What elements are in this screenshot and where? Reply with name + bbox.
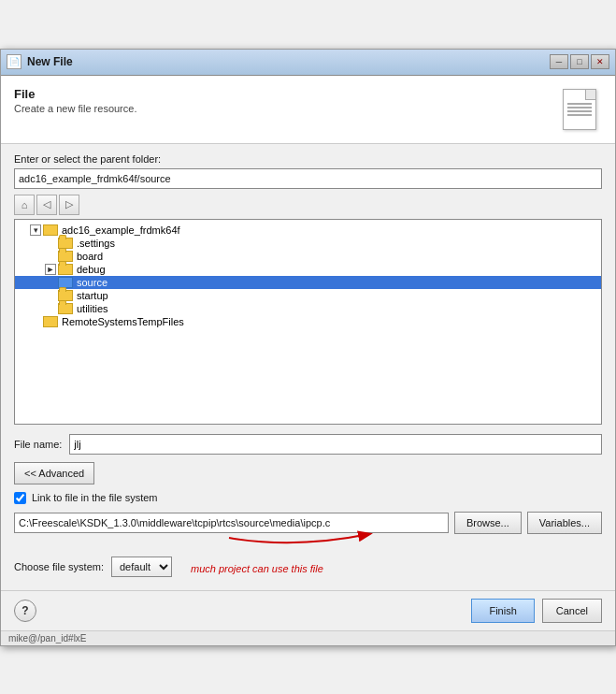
tree-item[interactable]: ▾ adc16_example_frdmk64f bbox=[15, 224, 601, 237]
tree-item[interactable]: utilities bbox=[15, 302, 601, 315]
folder-icon bbox=[58, 277, 73, 288]
tree-item-label: board bbox=[77, 251, 103, 262]
finish-button[interactable]: Finish bbox=[471, 599, 534, 623]
tree-item-label: debug bbox=[77, 264, 106, 275]
tree-item-label: startup bbox=[77, 290, 108, 301]
status-text: mike@/pan_id#lxE bbox=[8, 633, 87, 643]
link-row: Browse... Variables... bbox=[14, 512, 602, 534]
dialog-window: 📄 New File ─ □ ✕ File Create a new file … bbox=[0, 49, 616, 646]
footer-right: Finish Cancel bbox=[471, 599, 602, 623]
link-checkbox-row: Link to file in the file system bbox=[14, 492, 602, 504]
link-checkbox-label: Link to file in the file system bbox=[32, 492, 158, 503]
folder-icon bbox=[58, 238, 73, 249]
folder-icon bbox=[58, 251, 73, 262]
annotation-text: much project can use this file bbox=[191, 563, 323, 574]
maximize-button[interactable]: □ bbox=[570, 54, 589, 69]
folder-icon bbox=[58, 290, 73, 301]
folder-label: Enter or select the parent folder: bbox=[14, 153, 602, 165]
file-name-row: File name: bbox=[14, 434, 602, 455]
tree-item[interactable]: ► debug bbox=[15, 263, 601, 276]
tree-item-label: .settings bbox=[77, 238, 115, 249]
tree-toggle-expand[interactable]: ▾ bbox=[30, 224, 41, 236]
home-button[interactable]: ⌂ bbox=[14, 195, 35, 215]
cancel-button[interactable]: Cancel bbox=[542, 599, 602, 623]
folder-icon bbox=[58, 303, 73, 314]
tree-toggle-collapse[interactable]: ► bbox=[45, 264, 56, 275]
title-bar: 📄 New File ─ □ ✕ bbox=[1, 50, 615, 76]
header-description: Create a new file resource. bbox=[14, 103, 136, 114]
window-title: New File bbox=[27, 55, 550, 68]
header-title: File bbox=[14, 87, 136, 101]
tree-item-label: adc16_example_frdmk64f bbox=[62, 224, 180, 236]
minimize-button[interactable]: ─ bbox=[550, 54, 568, 69]
filesystem-row: Choose file system: default local remote bbox=[14, 557, 172, 577]
tree-item-label: RemoteSystemsTempFiles bbox=[62, 316, 184, 327]
back-button[interactable]: ◁ bbox=[36, 195, 57, 215]
browse-button[interactable]: Browse... bbox=[454, 512, 522, 534]
header-icon-area bbox=[557, 87, 602, 132]
tree-item-label: utilities bbox=[77, 303, 108, 314]
folder-tree[interactable]: ▾ adc16_example_frdmk64f .settings board bbox=[14, 219, 602, 425]
link-path-container: Browse... Variables... bbox=[14, 512, 602, 534]
advanced-button[interactable]: << Advanced bbox=[14, 462, 94, 484]
file-name-input[interactable] bbox=[69, 434, 602, 455]
tree-item[interactable]: startup bbox=[15, 289, 601, 302]
footer: ? Finish Cancel bbox=[1, 590, 615, 630]
folder-open-icon bbox=[43, 316, 58, 327]
file-large-icon bbox=[563, 89, 596, 130]
filesystem-annotation-row: Choose file system: default local remote… bbox=[14, 557, 602, 581]
main-content: Enter or select the parent folder: ⌂ ◁ ▷… bbox=[1, 144, 615, 590]
forward-button[interactable]: ▷ bbox=[59, 195, 79, 215]
folder-input[interactable] bbox=[14, 168, 602, 189]
tree-toolbar: ⌂ ◁ ▷ bbox=[14, 195, 602, 215]
filesystem-label: Choose file system: bbox=[14, 561, 104, 572]
link-path-input[interactable] bbox=[14, 513, 449, 533]
tree-item-selected[interactable]: source bbox=[15, 276, 601, 289]
title-bar-buttons: ─ □ ✕ bbox=[550, 54, 609, 69]
tree-item[interactable]: .settings bbox=[15, 237, 601, 250]
tree-item[interactable]: board bbox=[15, 250, 601, 263]
folder-open-icon bbox=[43, 224, 58, 236]
filesystem-select[interactable]: default local remote bbox=[111, 557, 172, 577]
link-checkbox[interactable] bbox=[14, 492, 26, 504]
header-section: File Create a new file resource. bbox=[1, 76, 615, 144]
help-button[interactable]: ? bbox=[14, 600, 36, 622]
folder-icon bbox=[58, 264, 73, 275]
window-icon: 📄 bbox=[7, 54, 21, 69]
tree-item[interactable]: RemoteSystemsTempFiles bbox=[15, 315, 601, 328]
close-button[interactable]: ✕ bbox=[591, 54, 609, 69]
footer-left: ? bbox=[14, 600, 36, 622]
file-name-label: File name: bbox=[14, 439, 62, 450]
variables-button[interactable]: Variables... bbox=[527, 512, 602, 534]
tree-item-label: source bbox=[77, 277, 107, 288]
status-bar: mike@/pan_id#lxE bbox=[1, 630, 615, 645]
header-text: File Create a new file resource. bbox=[14, 87, 136, 114]
